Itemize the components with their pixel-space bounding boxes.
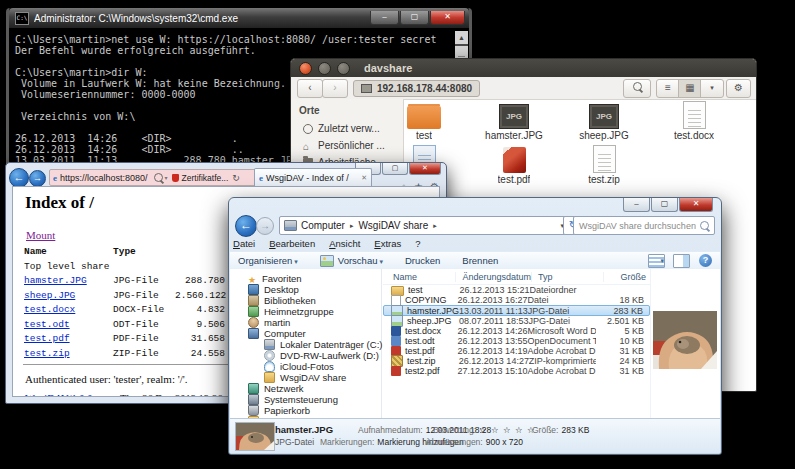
organize-button[interactable]: Organisieren [238,255,298,266]
column-date[interactable]: Änderungsdatum [456,272,532,282]
table-row[interactable]: test 26.12.2013 15:21 Dateiordner [383,285,650,295]
forward-button[interactable]: → [256,217,274,235]
table-row[interactable]: hamster.JPG 13.03.2011 11:13 JPG-Datei 2… [383,305,650,316]
print-button[interactable]: Drucken [405,255,440,266]
file-link[interactable]: test.odt [24,319,70,330]
address-search-icon[interactable] [154,173,168,182]
file-link[interactable]: test.zip [24,348,70,359]
table-row[interactable]: test.zip 26.12.2013 14:27 ZIP-komprimier… [383,356,650,366]
menu-item[interactable]: Bearbeiten [269,238,315,250]
sidebar-item[interactable]: martin [230,317,381,328]
close-button[interactable] [299,62,312,75]
certificate-error-text[interactable]: Zertifikatfe... [182,173,229,183]
minimize-button[interactable]: – [370,11,399,25]
list-view-button[interactable]: ≡ [656,79,680,98]
menu-item[interactable]: Ansicht [329,238,360,250]
sidebar-item[interactable]: DVD-RW-Laufwerk (D:) [230,350,381,361]
location-chip[interactable]: 192.168.178.44:8080 [353,80,480,97]
file-link[interactable]: test.pdf [24,333,70,344]
sidebar-item[interactable]: iCloud-Fotos [230,361,381,372]
sidebar-item[interactable]: Lokaler Datenträger (C:) [230,339,381,350]
column-size[interactable]: Größe [604,272,650,282]
navigation-pane: Favoriten Desktop Bibliotheken H [230,269,382,418]
search-icon [633,82,642,91]
preview-button[interactable]: Vorschau [320,255,383,267]
view-options-button[interactable]: ▾ [700,79,724,98]
file-type-icon [391,326,401,336]
file-link[interactable]: hamster.JPG [24,275,87,286]
burn-button[interactable]: Brennen [462,255,498,266]
file-link[interactable]: sheep.JPG [24,290,75,301]
search-button[interactable] [623,79,651,98]
menu-item[interactable]: Extras [374,238,401,250]
rating-stars[interactable]: ☆ ☆ ☆ ☆ ☆ [479,425,536,435]
sidebar-item[interactable]: Computer [230,328,381,339]
mount-link[interactable]: Mount [26,229,55,241]
minimize-button[interactable]: – [623,198,650,212]
breadcrumb[interactable]: Computer ▸ WsgiDAV share ▸ ▾ [279,216,569,235]
server-footer: WsgiDAV/1.0.0.pre - Thu, 26 Dec 2013 13:… [25,393,262,397]
file-item[interactable]: sheep.JPG [559,101,649,145]
breadcrumb-current[interactable]: WsgiDAV share [358,220,428,231]
file-item[interactable]: hamster.JPG [469,101,559,145]
menu-item[interactable]: ? [415,238,420,250]
table-row[interactable]: test.odt 26.12.2013 13:55 OpenDocument T… [383,336,650,346]
refresh-icon[interactable]: ↻ [232,173,240,183]
sidebar-item[interactable]: Desktop [230,284,381,295]
sidebar-item[interactable]: WsgiDAV share [230,372,381,383]
maximize-button[interactable] [337,62,350,75]
maximize-button[interactable]: ▢ [400,11,429,25]
chevron-right-icon[interactable]: ▸ [350,222,354,230]
file-date: 26.12.2013 15:21 [460,285,530,295]
column-headers: Name Änderungsdatum Typ Größe [383,269,650,285]
help-button[interactable]: ? [699,254,712,267]
forward-button[interactable]: › [322,79,348,98]
file-name: COPYING [405,295,457,305]
sidebar-item[interactable]: Bibliotheken [230,295,381,306]
sidebar-item[interactable]: Favoriten [230,273,381,284]
tab-close-icon[interactable]: ✕ [361,174,367,182]
sidebar-item-label: martin [264,317,290,328]
change-view-button[interactable]: ▾ [648,254,664,268]
nautilus-titlebar[interactable]: davshare [291,59,756,77]
table-row[interactable]: test.pdf 26.12.2013 14:19 Adobe Acrobat … [383,346,650,356]
wsgidav-version-link[interactable]: WsgiDAV/1.0.0.pre [25,393,109,397]
sidebar-item[interactable]: Systemsteuerung [230,394,381,405]
file-item[interactable]: test.pdf [469,145,559,189]
file-type: ZIP-komprimierte... [529,356,596,366]
file-size: 31 KB [596,366,650,376]
column-name[interactable]: Name [383,272,456,282]
sidebar-item[interactable]: Heimnetzgruppe [230,306,381,317]
file-link[interactable]: test.docx [24,304,75,315]
cmd-titlebar[interactable]: C:\ Administrator: C:\Windows\system32\c… [9,8,469,28]
sidebar-item[interactable]: Netzwerk [230,383,381,394]
file-item[interactable]: test.zip [559,145,649,189]
sidebar-item[interactable]: Papierkorb [230,405,381,416]
table-row[interactable]: test2.pdf 27.12.2013 15:10 Adobe Acrobat… [383,366,650,376]
search-box[interactable]: WsgiDAV share durchsuchen [573,216,715,235]
forward-button[interactable]: → [29,170,46,187]
breadcrumb-root[interactable]: Computer [301,220,345,231]
gear-menu-button[interactable]: ⚙ [726,79,751,98]
close-button[interactable]: ✕ [430,11,465,25]
back-button[interactable]: ← [235,215,257,237]
menu-item[interactable]: Datei [233,238,255,250]
preview-pane-toggle[interactable] [673,254,690,268]
back-button[interactable]: ‹ [297,79,323,98]
file-item[interactable]: test [379,101,469,145]
column-type[interactable]: Typ [532,272,604,282]
back-button[interactable]: ← [9,168,29,188]
table-row[interactable]: test.docx 26.12.2013 14:26 Microsoft Wor… [383,326,650,336]
browser-tab[interactable]: e WsgiDAV - Index of / ✕ [254,168,372,186]
maximize-button[interactable]: ▢ [651,198,678,212]
grid-view-button[interactable]: ▦ [678,79,702,98]
minimize-button[interactable] [318,62,331,75]
table-row[interactable]: sheep.JPG 08.07.2011 18:53 JPG-Datei 2.5… [383,316,650,326]
file-icon [593,145,616,173]
file-item[interactable]: test.docx [649,101,739,145]
scroll-up-icon[interactable]: ▲ [455,31,468,44]
close-button[interactable]: ✕ [679,198,713,212]
table-row[interactable]: COPYING 26.12.2013 16:27 Datei 18 KB [383,295,650,305]
chevron-right-icon[interactable]: ▸ [433,222,437,230]
address-bar[interactable]: e https://localhost:8080/ Zertifikatfe..… [49,169,257,186]
